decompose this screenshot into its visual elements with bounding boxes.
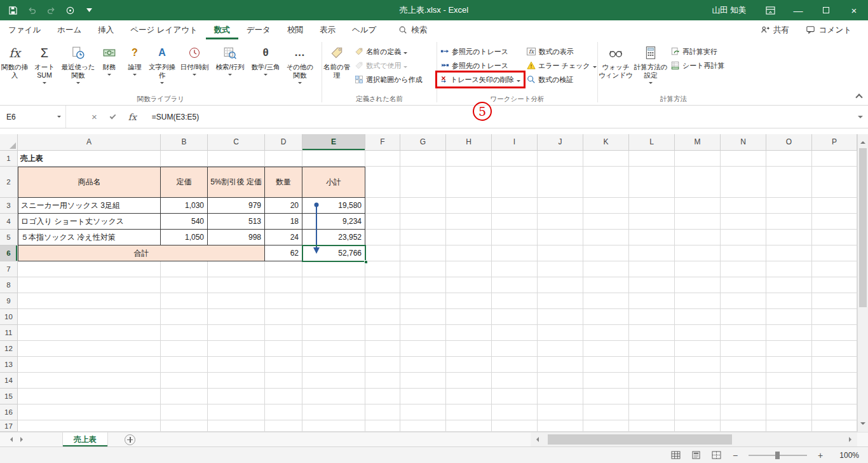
row-header-1[interactable]: 1 bbox=[0, 151, 18, 167]
cell-C4[interactable]: 513 bbox=[208, 214, 265, 230]
column-header-I[interactable]: I bbox=[492, 134, 538, 151]
normal-view-icon[interactable] bbox=[670, 450, 681, 460]
column-header-M[interactable]: M bbox=[675, 134, 721, 151]
share-button[interactable]: 共有 bbox=[761, 25, 789, 36]
lookup-reference-button[interactable]: 検索/行列 bbox=[212, 41, 248, 90]
define-name-button[interactable]: 名前の定義 bbox=[351, 45, 426, 59]
ribbon-tab-data[interactable]: データ bbox=[238, 20, 279, 39]
column-header-L[interactable]: L bbox=[629, 134, 675, 151]
cell-B4[interactable]: 540 bbox=[161, 214, 208, 230]
ribbon-tab-formulas[interactable]: 数式 bbox=[206, 20, 238, 39]
column-header-A[interactable]: A bbox=[18, 134, 161, 151]
touch-mouse-mode-icon[interactable] bbox=[65, 5, 76, 16]
logical-button[interactable]: ? 論理 bbox=[122, 41, 147, 90]
column-header-N[interactable]: N bbox=[721, 134, 766, 151]
zoom-level[interactable]: 100% bbox=[834, 451, 859, 460]
row-header-9[interactable]: 9 bbox=[0, 293, 18, 309]
row-header-7[interactable]: 7 bbox=[0, 261, 18, 277]
create-from-selection-button[interactable]: 選択範囲から作成 bbox=[351, 73, 426, 86]
cell-C2[interactable]: 5%割引後 定価 bbox=[208, 167, 265, 198]
horizontal-scrollbar[interactable] bbox=[531, 432, 857, 446]
financial-button[interactable]: 財務 bbox=[97, 41, 122, 90]
row-header-3[interactable]: 3 bbox=[0, 198, 18, 214]
close-button[interactable]: × bbox=[840, 0, 868, 20]
formula-input[interactable]: =SUM(E3:E5) bbox=[148, 113, 858, 121]
ribbon-tab-view[interactable]: 表示 bbox=[311, 20, 344, 39]
more-functions-button[interactable]: … その他の関数 bbox=[283, 41, 316, 90]
row-header-2[interactable]: 2 bbox=[0, 167, 18, 198]
vertical-scroll-thumb[interactable] bbox=[859, 148, 867, 307]
redo-icon[interactable] bbox=[46, 5, 57, 16]
cell-B5[interactable]: 1,050 bbox=[161, 230, 208, 245]
column-header-G[interactable]: G bbox=[400, 134, 446, 151]
select-all-corner[interactable] bbox=[0, 134, 18, 151]
calculate-now-button[interactable]: 再計算実行 bbox=[668, 45, 728, 59]
calculation-options-button[interactable]: 計算方法の設定 bbox=[634, 41, 668, 90]
trace-precedents-button[interactable]: 参照元のトレース bbox=[437, 45, 524, 59]
sheet-tab[interactable]: 売上表 bbox=[62, 432, 108, 446]
zoom-slider[interactable] bbox=[749, 455, 807, 456]
cancel-icon[interactable]: × bbox=[92, 111, 97, 122]
watch-window-button[interactable]: ウォッチ ウィンドウ bbox=[598, 41, 634, 90]
cell-C5[interactable]: 998 bbox=[208, 230, 265, 245]
recently-used-button[interactable]: 最近使った関数 bbox=[60, 41, 97, 90]
text-functions-button[interactable]: A 文字列操作 bbox=[147, 41, 177, 90]
cell-A1[interactable]: 売上表 bbox=[18, 151, 161, 167]
column-header-E[interactable]: E bbox=[302, 134, 365, 151]
comments-button[interactable]: コメント bbox=[806, 25, 851, 36]
cell-D4[interactable]: 18 bbox=[265, 214, 302, 230]
column-header-H[interactable]: H bbox=[446, 134, 492, 151]
column-header-B[interactable]: B bbox=[161, 134, 208, 151]
column-header-F[interactable]: F bbox=[365, 134, 400, 151]
use-in-formula-button[interactable]: 数式で使用 bbox=[351, 59, 426, 73]
column-header-C[interactable]: C bbox=[208, 134, 265, 151]
column-header-O[interactable]: O bbox=[766, 134, 812, 151]
search-box[interactable]: 検索 bbox=[398, 25, 427, 36]
undo-icon[interactable] bbox=[27, 5, 37, 16]
zoom-slider-thumb[interactable] bbox=[775, 452, 780, 459]
row-header-6[interactable]: 6 bbox=[0, 245, 18, 261]
next-sheet-icon[interactable] bbox=[20, 437, 25, 442]
ribbon-tab-page-layout[interactable]: ページ レイアウト bbox=[122, 20, 206, 39]
cell-D3[interactable]: 20 bbox=[265, 198, 302, 214]
show-formulas-button[interactable]: fx 数式の表示 bbox=[524, 45, 600, 59]
maximize-button[interactable] bbox=[812, 0, 840, 20]
enter-icon[interactable] bbox=[109, 113, 116, 119]
prev-sheet-icon[interactable] bbox=[8, 437, 13, 442]
insert-function-fx-icon[interactable]: fx bbox=[128, 112, 137, 122]
row-header-13[interactable]: 13 bbox=[0, 357, 18, 373]
cell-A5[interactable]: ５本指ソックス 冷え性対策 bbox=[18, 230, 161, 245]
vertical-scrollbar[interactable] bbox=[857, 134, 868, 432]
row-header-4[interactable]: 4 bbox=[0, 214, 18, 230]
cell-A4[interactable]: ロゴ入り ショート丈ソックス bbox=[18, 214, 161, 230]
row-header-10[interactable]: 10 bbox=[0, 309, 18, 325]
column-header-K[interactable]: K bbox=[583, 134, 629, 151]
fill-handle[interactable] bbox=[364, 260, 368, 264]
cell-E2[interactable]: 小計 bbox=[302, 167, 365, 198]
row-header-5[interactable]: 5 bbox=[0, 230, 18, 245]
scroll-down-icon[interactable] bbox=[860, 422, 865, 427]
evaluate-formula-button[interactable]: 数式の検証 bbox=[524, 73, 600, 86]
cell-A6[interactable]: 合計 bbox=[18, 245, 265, 261]
ribbon-display-options-icon[interactable] bbox=[756, 0, 784, 20]
zoom-out-button[interactable]: − bbox=[731, 450, 740, 460]
ribbon-tab-file[interactable]: ファイル bbox=[0, 20, 49, 39]
save-icon[interactable] bbox=[8, 5, 18, 16]
cell-C3[interactable]: 979 bbox=[208, 198, 265, 214]
ribbon-tab-insert[interactable]: 挿入 bbox=[90, 20, 122, 39]
horizontal-scroll-track[interactable] bbox=[539, 432, 841, 446]
autosum-button[interactable]: Σ オート SUM bbox=[29, 41, 60, 90]
row-header-11[interactable]: 11 bbox=[0, 325, 18, 341]
cell-D6[interactable]: 62 bbox=[265, 245, 302, 261]
row-header-15[interactable]: 15 bbox=[0, 389, 18, 404]
expand-formula-bar-icon[interactable] bbox=[858, 116, 863, 121]
column-header-P[interactable]: P bbox=[812, 134, 857, 151]
row-header-14[interactable]: 14 bbox=[0, 373, 18, 389]
add-sheet-button[interactable] bbox=[125, 434, 135, 445]
row-header-16[interactable]: 16 bbox=[0, 404, 18, 420]
cell-D5[interactable]: 24 bbox=[265, 230, 302, 245]
user-name[interactable]: 山田 知美 bbox=[712, 5, 746, 16]
collapse-ribbon-icon[interactable] bbox=[855, 93, 862, 100]
row-header-17[interactable]: 17 bbox=[0, 420, 18, 432]
scroll-up-icon[interactable] bbox=[860, 139, 865, 144]
